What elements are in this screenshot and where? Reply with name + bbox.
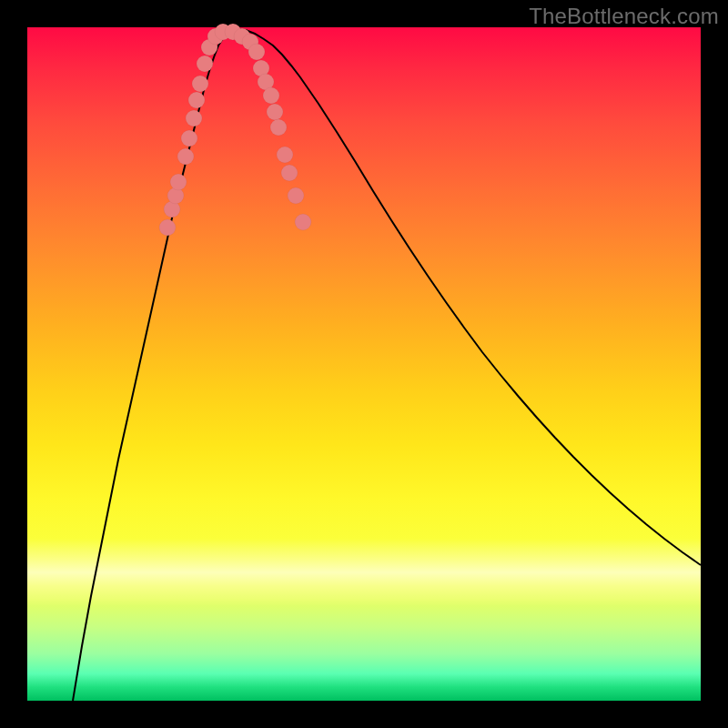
marker-dot [270,119,287,136]
marker-dot [281,165,298,181]
marker-dot [192,76,208,92]
watermark-text: TheBottleneck.com [529,4,719,29]
chart-svg [27,27,701,701]
marker-dot [295,214,311,230]
marker-dot [188,92,205,108]
marker-dot [248,44,265,60]
marker-dot [186,110,202,126]
marker-dot [288,187,304,204]
marker-dot [170,174,187,190]
chart-frame [27,27,701,701]
bottleneck-curve [73,29,701,701]
marker-dot [267,104,283,120]
marker-dot [159,219,176,236]
marker-dot [177,148,194,165]
marker-dot [181,130,197,147]
marker-dot [197,56,213,72]
marker-dot [277,147,293,163]
marker-dot [263,87,279,104]
marker-dot-group [159,24,311,236]
